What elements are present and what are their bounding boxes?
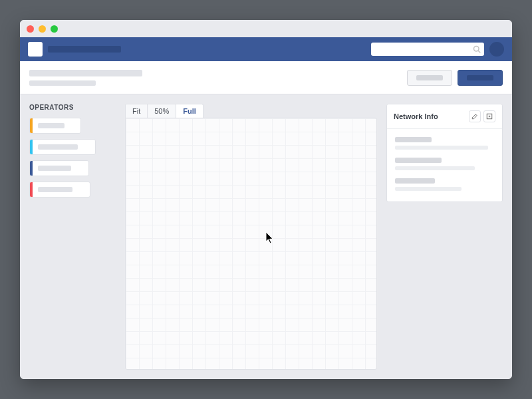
window-zoom-icon[interactable]: [51, 25, 58, 33]
info-field: [395, 178, 494, 191]
operator-color-stripe: [30, 118, 33, 133]
canvas[interactable]: [125, 118, 377, 370]
operator-label: [38, 187, 72, 192]
app-logo[interactable]: [28, 42, 43, 57]
info-field: [395, 137, 494, 150]
expand-button[interactable]: [483, 110, 495, 122]
brand-name: [48, 46, 121, 53]
zoom-fit-button[interactable]: Fit: [126, 104, 148, 118]
expand-icon: [486, 113, 493, 120]
page-title: [29, 70, 142, 86]
cursor-icon: [265, 231, 275, 245]
operator-item[interactable]: [29, 160, 89, 176]
operator-color-stripe: [30, 182, 33, 197]
zoom-full-button[interactable]: Full: [176, 104, 203, 118]
primary-action-button[interactable]: [458, 70, 503, 86]
search-icon: [473, 45, 481, 53]
operator-item[interactable]: [29, 118, 81, 134]
info-panel-header: Network Info: [387, 104, 502, 129]
zoom-50-button[interactable]: 50%: [148, 104, 176, 118]
info-panel: Network Info: [386, 104, 503, 202]
operator-label: [38, 166, 71, 171]
window-close-icon[interactable]: [27, 25, 34, 33]
top-nav: [20, 37, 512, 61]
window-minimize-icon[interactable]: [39, 25, 46, 33]
canvas-area: Fit 50% Full: [125, 104, 377, 370]
zoom-controls: Fit 50% Full: [125, 104, 203, 118]
titlebar: [20, 20, 512, 37]
avatar[interactable]: [489, 42, 504, 57]
operator-label: [38, 144, 78, 150]
page-header: [20, 61, 512, 94]
search-input[interactable]: [371, 43, 484, 56]
operator-color-stripe: [30, 140, 33, 154]
pencil-icon: [471, 113, 478, 120]
svg-line-1: [478, 51, 480, 53]
secondary-action-button[interactable]: [407, 70, 452, 86]
operator-color-stripe: [30, 161, 33, 176]
info-panel-body: [387, 129, 502, 201]
operator-item[interactable]: [29, 139, 96, 155]
info-panel-title: Network Info: [394, 112, 469, 120]
operator-item[interactable]: [29, 182, 90, 198]
edit-button[interactable]: [469, 110, 481, 122]
content-area: OPERATORS Fit 50% Full: [20, 94, 512, 379]
info-field: [395, 158, 494, 170]
operator-label: [38, 123, 65, 128]
svg-point-0: [474, 47, 479, 52]
window: OPERATORS Fit 50% Full: [20, 20, 512, 379]
sidebar-heading: OPERATORS: [29, 104, 116, 111]
sidebar: OPERATORS: [29, 104, 116, 370]
